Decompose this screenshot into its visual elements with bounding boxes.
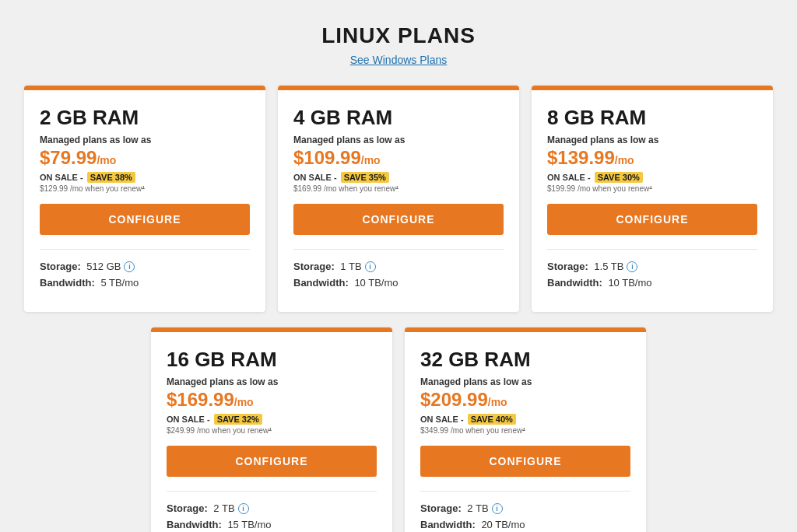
plan-price-line: $109.99/mo: [293, 147, 504, 169]
plan-renew-price: $349.99 /mo when you renew⁴: [420, 426, 630, 435]
plan-bandwidth: Bandwidth: 10 TB/mo: [293, 277, 504, 289]
plan-card-body: 16 GB RAM Managed plans as low as $169.9…: [151, 332, 392, 532]
plan-card-body: 2 GB RAM Managed plans as low as $79.99/…: [24, 90, 265, 312]
plan-sale-text: ON SALE -: [420, 415, 464, 424]
plan-renew-price: $249.99 /mo when you renew⁴: [167, 426, 377, 435]
storage-info-icon[interactable]: i: [365, 261, 376, 272]
plan-card-body: 32 GB RAM Managed plans as low as $209.9…: [405, 332, 646, 532]
plan-save-badge: SAVE 30%: [595, 172, 643, 183]
windows-link[interactable]: See Windows Plans: [350, 54, 448, 66]
plan-card-4gb: 4 GB RAM Managed plans as low as $109.99…: [278, 86, 519, 312]
plan-save-badge: SAVE 40%: [468, 414, 516, 425]
plan-divider: [547, 249, 757, 250]
plan-save-badge: SAVE 32%: [214, 414, 262, 425]
plan-sale-text: ON SALE -: [40, 173, 83, 182]
plan-save-badge: SAVE 38%: [87, 172, 135, 183]
plan-price-mo: /mo: [615, 154, 634, 166]
plan-ram: 2 GB RAM: [40, 106, 250, 130]
plan-bandwidth: Bandwidth: 10 TB/mo: [547, 277, 757, 289]
plan-divider: [40, 249, 250, 250]
plan-ram: 16 GB RAM: [167, 348, 377, 372]
plan-ram: 32 GB RAM: [420, 348, 630, 372]
plan-card-32gb: 32 GB RAM Managed plans as low as $209.9…: [405, 327, 646, 532]
plan-sale-text: ON SALE -: [167, 415, 210, 424]
plan-card-16gb: 16 GB RAM Managed plans as low as $169.9…: [151, 327, 392, 532]
plan-divider: [420, 491, 630, 492]
plan-sale-line: ON SALE - SAVE 38%: [40, 172, 250, 183]
plan-sale-line: ON SALE - SAVE 40%: [420, 414, 630, 425]
plan-storage: Storage: 1.5 TB i: [547, 261, 757, 272]
plan-renew-price: $169.99 /mo when you renew⁴: [293, 184, 504, 193]
plan-renew-price: $199.99 /mo when you renew⁴: [547, 184, 757, 193]
plan-managed-label: Managed plans as low as: [547, 135, 757, 145]
windows-link-wrapper: See Windows Plans: [16, 53, 781, 67]
configure-button-8gb[interactable]: CONFIGURE: [547, 204, 757, 235]
plan-ram: 8 GB RAM: [547, 106, 757, 130]
plan-managed-label: Managed plans as low as: [167, 376, 377, 387]
plan-managed-label: Managed plans as low as: [40, 135, 250, 145]
plan-price-line: $169.99/mo: [167, 389, 377, 411]
configure-button-16gb[interactable]: CONFIGURE: [167, 446, 377, 477]
configure-button-2gb[interactable]: CONFIGURE: [40, 204, 250, 235]
plan-bandwidth: Bandwidth: 20 TB/mo: [420, 519, 630, 530]
plan-sale-line: ON SALE - SAVE 32%: [167, 414, 377, 425]
plan-sale-text: ON SALE -: [547, 173, 591, 182]
plan-save-badge: SAVE 35%: [341, 172, 389, 183]
plan-card-body: 8 GB RAM Managed plans as low as $139.99…: [532, 90, 773, 312]
plan-price-mo: /mo: [488, 396, 507, 408]
plan-divider: [167, 491, 377, 492]
plan-renew-price: $129.99 /mo when you renew⁴: [40, 184, 250, 193]
plan-price-line: $209.99/mo: [420, 389, 630, 411]
plans-row-2: 16 GB RAM Managed plans as low as $169.9…: [16, 327, 781, 532]
plans-row-1: 2 GB RAM Managed plans as low as $79.99/…: [16, 86, 781, 312]
plan-sale-line: ON SALE - SAVE 35%: [293, 172, 504, 183]
plan-bandwidth: Bandwidth: 15 TB/mo: [167, 519, 377, 530]
storage-info-icon[interactable]: i: [492, 503, 503, 514]
plan-managed-label: Managed plans as low as: [293, 135, 504, 145]
plan-card-body: 4 GB RAM Managed plans as low as $109.99…: [278, 90, 519, 312]
configure-button-32gb[interactable]: CONFIGURE: [420, 446, 630, 477]
plan-sale-line: ON SALE - SAVE 30%: [547, 172, 757, 183]
plan-price-mo: /mo: [234, 396, 254, 408]
plan-card-2gb: 2 GB RAM Managed plans as low as $79.99/…: [24, 86, 265, 312]
plan-price: $139.99: [547, 147, 615, 168]
plan-card-8gb: 8 GB RAM Managed plans as low as $139.99…: [532, 86, 773, 312]
plan-storage: Storage: 1 TB i: [293, 261, 504, 272]
plan-storage: Storage: 2 TB i: [420, 502, 630, 514]
plan-price: $169.99: [167, 389, 234, 410]
plan-sale-text: ON SALE -: [293, 173, 337, 182]
plan-storage: Storage: 2 TB i: [167, 502, 377, 514]
storage-info-icon[interactable]: i: [627, 261, 637, 272]
plan-ram: 4 GB RAM: [293, 106, 504, 130]
configure-button-4gb[interactable]: CONFIGURE: [293, 204, 504, 235]
plan-bandwidth: Bandwidth: 5 TB/mo: [40, 277, 250, 289]
page-title: LINUX PLANS: [16, 23, 781, 48]
plan-price: $79.99: [40, 147, 97, 168]
plan-price: $209.99: [420, 389, 488, 410]
plan-price-mo: /mo: [361, 154, 381, 166]
storage-info-icon[interactable]: i: [124, 261, 135, 272]
storage-info-icon[interactable]: i: [238, 503, 249, 514]
plan-price-line: $79.99/mo: [40, 147, 250, 169]
plan-price-mo: /mo: [97, 154, 116, 166]
plan-storage: Storage: 512 GB i: [40, 261, 250, 272]
plan-divider: [293, 249, 504, 250]
plan-price: $109.99: [293, 147, 361, 168]
plan-managed-label: Managed plans as low as: [420, 376, 630, 387]
plan-price-line: $139.99/mo: [547, 147, 757, 169]
